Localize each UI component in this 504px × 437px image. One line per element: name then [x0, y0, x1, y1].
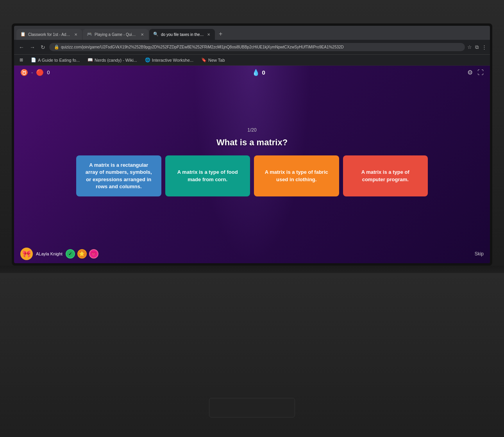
- tab-close-quizizz[interactable]: ✕: [140, 32, 145, 37]
- player-avatar: 🎀: [20, 248, 33, 260]
- bookmark-guide-label: A Guide to Eating fo...: [38, 58, 80, 62]
- score-display: 💧 0: [252, 69, 265, 76]
- heart-icon: 🔴: [36, 69, 44, 76]
- bookmark-nerds-icon: 📖: [88, 57, 93, 62]
- tab-favicon-taxes: 🔍: [153, 32, 159, 37]
- tab-label-classwork: Classwork for 1st - Adv Alge...: [28, 32, 71, 37]
- extensions-icon[interactable]: ⧉: [475, 44, 479, 50]
- player-info: 🎀 ALayla Knight ✓ ⭐ 💗: [20, 248, 98, 260]
- lives-divider: -: [31, 70, 33, 75]
- answer-option-4[interactable]: A matrix is a type of computer program.: [343, 155, 428, 196]
- bookmark-star-icon[interactable]: ☆: [467, 44, 472, 50]
- answer-option-2[interactable]: A matrix is a type of food made from cor…: [165, 155, 250, 196]
- tab-bar: 📋 Classwork for 1st - Adv Alge... ✕ 🎮 Pl…: [14, 26, 490, 40]
- menu-icon[interactable]: ⋮: [482, 44, 487, 50]
- answer-text-3: A matrix is a type of fabric used in clo…: [260, 169, 333, 183]
- tab-close-taxes[interactable]: ✕: [206, 32, 211, 37]
- game-bottombar: 🎀 ALayla Knight ✓ ⭐ 💗 Skip: [14, 244, 490, 263]
- lock-icon: 🔒: [54, 45, 59, 50]
- lives-count: 0: [47, 70, 50, 75]
- quizizz-game-area: ♉ - 🔴 0 💧 0 ⚙ ⛶ 1/2: [14, 66, 490, 263]
- tab-close-classwork[interactable]: ✕: [73, 32, 78, 37]
- bookmark-worksheet-label: Interactive Workshe...: [152, 58, 193, 62]
- laptop-keyboard-deck: esc ← → ↺ ⊡ 🎥 ○ ⚙ ◀ ▶ 🔇 🔒 ~` !1 @2 #3 $4…: [0, 273, 504, 437]
- bookmark-nerds-label: Nerds (candy) - Wiki...: [95, 58, 137, 62]
- game-topbar: ♉ - 🔴 0 💧 0 ⚙ ⛶: [14, 66, 490, 79]
- tab-quizizz[interactable]: 🎮 Playing a Game - Quizizz ✕: [83, 29, 148, 40]
- fullscreen-icon[interactable]: ⛶: [477, 69, 484, 76]
- settings-icon[interactable]: ⚙: [467, 69, 473, 76]
- answer-option-1[interactable]: A matrix is a rectangular array of numbe…: [76, 155, 161, 196]
- question-counter: 1/20: [247, 127, 256, 133]
- bookmarks-bar: ⊞ 📄 A Guide to Eating fo... 📖 Nerds (can…: [14, 55, 490, 66]
- score-value: 0: [262, 69, 265, 76]
- bookmark-guide[interactable]: 📄 A Guide to Eating fo...: [29, 57, 82, 63]
- avatar-emoji: 🎀: [22, 250, 31, 258]
- tab-taxes[interactable]: 🔍 do you file taxes in the militar... ✕: [149, 29, 215, 40]
- player-lives-display: ♉ - 🔴 0: [20, 69, 50, 76]
- bookmark-guide-icon: 📄: [31, 57, 36, 62]
- laptop-screen-area: 📋 Classwork for 1st - Adv Alge... ✕ 🎮 Pl…: [0, 0, 504, 281]
- forward-button[interactable]: →: [28, 43, 37, 51]
- badge-orange: ⭐: [77, 249, 87, 259]
- browser-window: 📋 Classwork for 1st - Adv Alge... ✕ 🎮 Pl…: [14, 26, 490, 263]
- player-name: ALayla Knight: [36, 251, 63, 256]
- answer-text-4: A matrix is a type of computer program.: [349, 169, 422, 183]
- tab-label-taxes: do you file taxes in the militar...: [161, 32, 204, 37]
- bookmark-worksheet[interactable]: 🌐 Interactive Workshe...: [143, 57, 196, 63]
- browser-action-icons: ☆ ⧉ ⋮: [467, 44, 487, 50]
- answer-option-3[interactable]: A matrix is a type of fabric used in clo…: [254, 155, 339, 196]
- game-settings-icons: ⚙ ⛶: [467, 69, 484, 76]
- address-bar: ← → ↻ 🔒 quizizz.com/join/game/U2FsdGVkX1…: [14, 40, 490, 55]
- new-tab-button[interactable]: +: [216, 29, 225, 39]
- answer-text-2: A matrix is a type of food made from cor…: [172, 169, 244, 183]
- badge-pink: 💗: [89, 249, 98, 259]
- url-text: quizizz.com/join/game/U2FsdGVkX19h2%252B…: [61, 45, 344, 49]
- apps-icon: ⊞: [20, 57, 23, 62]
- skip-button[interactable]: Skip: [475, 251, 484, 257]
- reload-button[interactable]: ↻: [39, 43, 47, 51]
- bookmark-newtab[interactable]: 🔖 New Tab: [199, 57, 227, 63]
- tab-favicon-quizizz: 🎮: [87, 32, 92, 37]
- back-button[interactable]: ←: [17, 43, 26, 51]
- url-input[interactable]: 🔒 quizizz.com/join/game/U2FsdGVkX19h2%25…: [49, 43, 465, 51]
- screen-bezel: 📋 Classwork for 1st - Adv Alge... ✕ 🎮 Pl…: [12, 23, 492, 266]
- question-text: What is a matrix?: [216, 137, 288, 148]
- tab-favicon-classwork: 📋: [20, 32, 26, 37]
- tab-classwork[interactable]: 📋 Classwork for 1st - Adv Alge... ✕: [16, 29, 82, 40]
- player-badges: ✓ ⭐ 💗: [66, 249, 98, 259]
- tab-label-quizizz: Playing a Game - Quizizz: [95, 32, 138, 37]
- bookmark-newtab-icon: 🔖: [201, 57, 207, 62]
- answer-grid: A matrix is a rectangular array of numbe…: [76, 155, 428, 196]
- bookmark-nerds[interactable]: 📖 Nerds (candy) - Wiki...: [85, 57, 139, 63]
- badge-green: ✓: [66, 249, 75, 259]
- apps-button[interactable]: ⊞: [17, 57, 25, 63]
- question-area: 1/20 What is a matrix? A matrix is a rec…: [14, 79, 490, 244]
- trackpad[interactable]: [209, 398, 295, 417]
- answer-text-1: A matrix is a rectangular array of numbe…: [82, 162, 155, 190]
- bookmark-worksheet-icon: 🌐: [145, 57, 150, 62]
- player-symbol: ♉: [20, 69, 28, 76]
- score-drop-icon: 💧: [252, 69, 260, 76]
- bookmark-newtab-label: New Tab: [208, 58, 225, 62]
